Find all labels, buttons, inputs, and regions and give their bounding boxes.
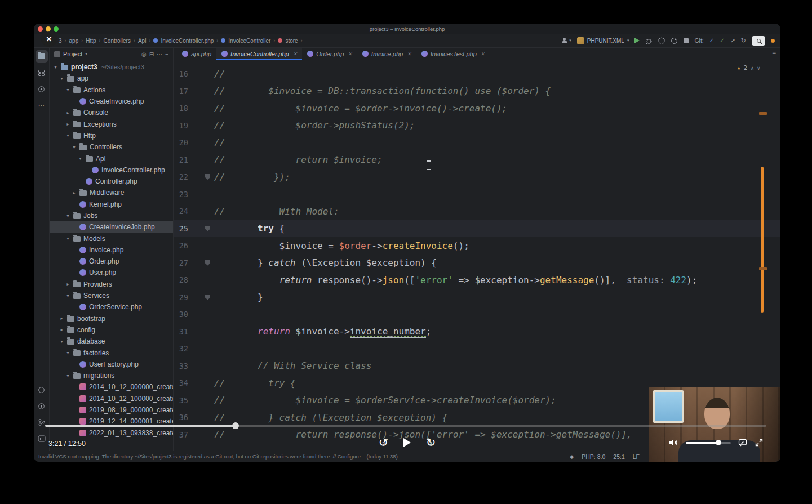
tree-item-OrderService.php[interactable]: OrderService.php xyxy=(50,301,173,313)
code-line-18[interactable]: 18// $invoice = $order->invoice()->creat… xyxy=(174,100,780,117)
coverage-icon[interactable] xyxy=(658,37,665,44)
collapse-all-icon[interactable]: ⊟ xyxy=(149,51,154,57)
tab-api.php[interactable]: api.php xyxy=(177,48,216,60)
tree-item-Jobs[interactable]: ▾Jobs xyxy=(50,210,173,221)
tree-item-Kernel.php[interactable]: Kernel.php xyxy=(50,199,173,210)
php-version-widget[interactable]: PHP: 8.0 xyxy=(582,453,605,460)
code-line-21[interactable]: 21// return $invoice; xyxy=(174,151,780,169)
tree-item-config[interactable]: ▸config xyxy=(50,324,173,336)
code-line-17[interactable]: 17// $invoice = DB::transaction(function… xyxy=(174,83,780,100)
hide-panel-icon[interactable]: − xyxy=(165,51,168,57)
breadcrumb-item[interactable]: store xyxy=(285,38,298,44)
tab-Invoice.php[interactable]: Invoice.php✕ xyxy=(357,48,416,60)
code-line-26[interactable]: 26 $invoice = $order->createInvoice(); xyxy=(174,237,780,255)
tab-list-icon[interactable]: ≡ xyxy=(772,50,776,57)
tree-item-Exceptions[interactable]: ▸Exceptions xyxy=(50,118,173,130)
fullscreen-icon[interactable] xyxy=(755,438,764,447)
more-icon[interactable]: ⋯ xyxy=(157,51,162,57)
video-progress-bar[interactable] xyxy=(45,425,766,427)
breadcrumb-item[interactable]: Http xyxy=(86,38,96,44)
code-line-25[interactable]: 25 try { xyxy=(174,220,780,238)
project-tool-button[interactable] xyxy=(36,50,48,63)
tab-close-icon[interactable]: ✕ xyxy=(481,51,485,57)
stop-button[interactable] xyxy=(684,38,689,43)
tab-close-icon[interactable]: ✕ xyxy=(293,51,298,57)
locate-icon[interactable]: ◎ xyxy=(141,51,147,57)
volume-icon[interactable] xyxy=(669,439,678,447)
breadcrumb-item[interactable]: 3 xyxy=(59,38,62,44)
chevron-down-icon[interactable]: ▾ xyxy=(65,87,70,92)
fold-marker[interactable] xyxy=(205,226,210,231)
scrollbar-thumb[interactable] xyxy=(761,167,764,313)
tree-item-database[interactable]: ▾database xyxy=(50,336,173,347)
tree-item-Services[interactable]: ▾Services xyxy=(50,290,173,301)
tree-item-Console[interactable]: ▸Console xyxy=(50,107,173,118)
tab-InvoiceController.php[interactable]: InvoiceController.php✕ xyxy=(216,48,302,60)
rewind-5-button[interactable]: ↺ 5 xyxy=(377,436,391,449)
debug-icon[interactable] xyxy=(645,37,653,44)
tree-item-Middleware[interactable]: ▸Middleware xyxy=(50,187,173,198)
tree-item-CreateInvoice.php[interactable]: CreateInvoice.php xyxy=(50,96,173,107)
profile-menu[interactable]: ▾ xyxy=(561,38,571,44)
tree-item-migrations[interactable]: ▾migrations xyxy=(50,370,173,381)
vcs-commit-icon[interactable]: ✓ xyxy=(720,38,724,43)
search-everywhere-button[interactable] xyxy=(752,36,765,46)
history-icon[interactable]: ↻ xyxy=(741,38,746,44)
tree-item-Providers[interactable]: ▸Providers xyxy=(50,279,173,290)
tree-item-Actions[interactable]: ▾Actions xyxy=(50,84,173,96)
code-line-20[interactable]: 20// xyxy=(174,134,780,151)
chevron-down-icon[interactable]: ▾ xyxy=(59,339,64,344)
tree-item-UserFactory.php[interactable]: UserFactory.php xyxy=(50,359,173,370)
fold-marker[interactable] xyxy=(205,260,210,266)
run-button[interactable] xyxy=(634,38,640,43)
code-line-22[interactable]: 22// }); xyxy=(174,168,780,186)
commit-tool-button[interactable] xyxy=(36,66,48,79)
fold-marker[interactable] xyxy=(205,174,210,180)
tree-item-2022_01_13_093838_create_ord[interactable]: 2022_01_13_093838_create_ord xyxy=(50,427,173,439)
vcs-push-icon[interactable]: ↗ xyxy=(730,38,735,44)
zoom-window-icon[interactable] xyxy=(54,26,59,32)
error-stripe-mark[interactable] xyxy=(759,112,767,115)
comments-icon[interactable] xyxy=(738,439,747,447)
code-line-19[interactable]: 19// $order->pushStatus(2); xyxy=(174,117,780,135)
tree-item-Controller.php[interactable]: Controller.php xyxy=(50,176,173,187)
code-line-28[interactable]: 28 return response()->json(['error' => $… xyxy=(174,271,780,289)
terminal-tool-button[interactable] xyxy=(36,432,48,445)
tab-close-icon[interactable]: ✕ xyxy=(407,51,411,57)
chevron-down-icon[interactable]: ▾ xyxy=(72,145,77,150)
code-line-29[interactable]: 29 } xyxy=(174,289,780,306)
close-window-icon[interactable] xyxy=(38,26,43,32)
play-button[interactable] xyxy=(402,437,413,448)
code-line-32[interactable]: 32 xyxy=(174,340,780,358)
inspections-widget[interactable]: ▲ 2 ∧ ∨ xyxy=(738,64,760,72)
breadcrumb-item[interactable]: app xyxy=(69,38,79,44)
caret-position-widget[interactable]: 25:1 xyxy=(613,453,624,460)
status-message[interactable]: Invalid VCS root mapping: The directory … xyxy=(38,453,398,460)
tree-item-User.php[interactable]: User.php xyxy=(50,267,173,278)
breadcrumb-item[interactable]: Controllers xyxy=(104,38,131,44)
profiler-icon[interactable] xyxy=(671,37,678,44)
chevron-down-icon[interactable]: ▾ xyxy=(65,373,70,378)
code-line-16[interactable]: 16// xyxy=(174,65,780,83)
tree-item-project3[interactable]: ▾project3 ~/Sites/project3 xyxy=(50,61,173,73)
chevron-down-icon[interactable]: ▾ xyxy=(85,52,87,56)
chevron-down-icon[interactable]: ▾ xyxy=(65,236,70,241)
volume-handle[interactable] xyxy=(716,440,721,445)
chevron-down-icon[interactable]: ▾ xyxy=(65,213,70,218)
chevron-down-icon[interactable]: ▾ xyxy=(65,350,70,355)
chevron-down-icon[interactable]: ▾ xyxy=(65,293,70,298)
tree-item-2019_08_19_000000_create_fail[interactable]: 2019_08_19_000000_create_fail xyxy=(50,404,173,416)
code-line-27[interactable]: 27 } catch (\Exception $exception) { xyxy=(174,255,780,272)
previous-problem-icon[interactable]: ∧ xyxy=(751,65,753,71)
tree-item-Http[interactable]: ▾Http xyxy=(50,130,173,141)
chevron-right-icon[interactable]: ▸ xyxy=(72,190,77,195)
code-line-23[interactable]: 23 xyxy=(174,186,780,203)
tree-item-Models[interactable]: ▾Models xyxy=(50,233,173,244)
breadcrumb-item[interactable]: InvoiceController.php xyxy=(161,38,214,44)
fold-marker[interactable] xyxy=(205,295,210,300)
tree-item-CreateInvoiceJob.php[interactable]: CreateInvoiceJob.php xyxy=(50,221,173,233)
code-line-30[interactable]: 30 xyxy=(174,306,780,323)
breadcrumb-item[interactable]: InvoiceController xyxy=(228,38,270,44)
more-tools-button[interactable]: ⋯ xyxy=(36,99,48,111)
tab-close-icon[interactable]: ✕ xyxy=(348,51,352,57)
